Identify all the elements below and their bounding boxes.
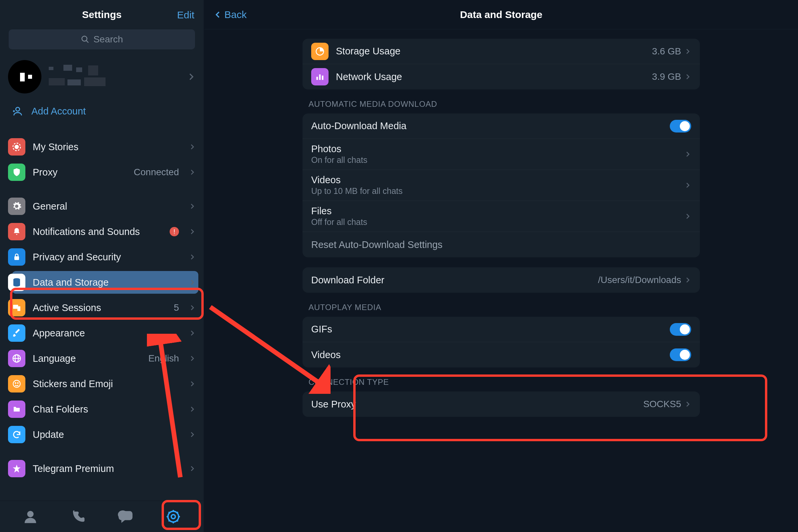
settings-sidebar: Settings Edit Search Add Ac — [0, 0, 204, 532]
chevron-right-icon — [685, 149, 691, 159]
search-input[interactable]: Search — [9, 30, 195, 50]
autoplay-videos-row[interactable]: Videos — [302, 342, 700, 367]
section-title-autoplay: AUTOPLAY MEDIA — [302, 303, 700, 317]
search-placeholder: Search — [93, 34, 123, 45]
page-title: Data and Storage — [204, 9, 798, 20]
sidebar-item-stickers-and-emoji[interactable]: Stickers and Emoji — [0, 371, 204, 397]
alert-badge: ! — [170, 227, 179, 236]
svg-rect-10 — [17, 306, 20, 311]
shield-icon — [8, 164, 25, 181]
svg-rect-31 — [322, 76, 323, 80]
brush-icon — [8, 324, 25, 342]
photos-row[interactable]: Photos On for all chats — [302, 139, 700, 170]
chevron-right-icon — [685, 275, 691, 285]
tab-calls[interactable] — [69, 508, 87, 526]
storage-usage-label: Storage Usage — [336, 46, 652, 57]
sidebar-item-notifications-and-sounds[interactable]: Notifications and Sounds! — [0, 219, 204, 244]
menu-value: Connected — [134, 167, 179, 177]
menu-label: Data and Storage — [33, 277, 179, 288]
sidebar-item-active-sessions[interactable]: Active Sessions5 — [0, 295, 204, 320]
svg-point-18 — [118, 510, 128, 519]
svg-point-6 — [15, 145, 18, 149]
main-panel: Back Data and Storage Storage Usage 3.6 … — [204, 0, 798, 532]
menu-label: My Stories — [33, 141, 179, 153]
menu-value: 5 — [174, 302, 179, 313]
bell-icon — [8, 223, 25, 240]
add-person-icon — [12, 106, 23, 117]
autoplay-gifs-row[interactable]: GIFs — [302, 317, 700, 342]
proxy-value: SOCKS5 — [643, 399, 681, 410]
sidebar-item-language[interactable]: LanguageEnglish — [0, 346, 204, 371]
main-header: Back Data and Storage — [204, 0, 798, 30]
network-usage-row[interactable]: Network Usage 3.9 GB — [302, 64, 700, 90]
storage-usage-value: 3.6 GB — [652, 46, 681, 57]
sidebar-item-proxy[interactable]: ProxyConnected — [0, 159, 204, 185]
lock-icon — [8, 248, 25, 266]
videos-row[interactable]: Videos Up to 10 MB for all chats — [302, 170, 700, 201]
videos-toggle[interactable] — [670, 348, 691, 361]
download-folder-value: /Users/it/Downloads — [598, 275, 681, 285]
menu-label: Privacy and Security — [33, 252, 179, 263]
profile-row[interactable] — [0, 54, 204, 99]
add-account-button[interactable]: Add Account — [0, 99, 204, 126]
menu-label: Proxy — [33, 167, 127, 178]
menu-label: Stickers and Emoji — [33, 379, 179, 390]
network-usage-label: Network Usage — [336, 72, 652, 82]
menu-label: Language — [33, 353, 141, 364]
svg-point-14 — [13, 380, 20, 387]
svg-line-28 — [177, 512, 178, 513]
menu-label: General — [33, 201, 179, 212]
folder-icon — [8, 400, 25, 418]
chevron-right-icon — [685, 211, 691, 221]
back-button[interactable]: Back — [214, 9, 247, 20]
section-title-conn: CONNECTION TYPE — [302, 378, 700, 392]
auto-download-toggle-row[interactable]: Auto-Download Media — [302, 113, 700, 139]
tab-chats[interactable] — [116, 508, 134, 526]
sidebar-item-my-stories[interactable]: My Stories — [0, 134, 204, 159]
svg-rect-7 — [14, 256, 19, 260]
chevron-right-icon — [685, 399, 691, 409]
sidebar-item-general[interactable]: General — [0, 194, 204, 219]
tab-contacts[interactable] — [21, 508, 39, 526]
download-folder-row[interactable]: Download Folder /Users/it/Downloads — [302, 267, 700, 293]
edit-button[interactable]: Edit — [177, 10, 194, 21]
chevron-right-icon — [187, 71, 196, 83]
use-proxy-row[interactable]: Use Proxy SOCKS5 — [302, 392, 700, 417]
menu-label: Appearance — [33, 328, 179, 339]
sidebar-item-appearance[interactable]: Appearance — [0, 320, 204, 346]
chevron-left-icon — [214, 9, 222, 20]
sidebar-item-update[interactable]: Update — [0, 422, 204, 447]
auto-download-toggle[interactable] — [670, 120, 691, 133]
chevron-right-icon — [685, 72, 691, 82]
svg-point-2 — [16, 108, 19, 111]
menu-label: Notifications and Sounds — [33, 226, 162, 237]
menu-label: Update — [33, 429, 179, 440]
update-icon — [8, 426, 25, 443]
sidebar-item-chat-folders[interactable]: Chat Folders — [0, 397, 204, 422]
avatar — [8, 60, 41, 93]
sidebar-item-privacy-and-security[interactable]: Privacy and Security — [0, 244, 204, 270]
reset-auto-download-row[interactable]: Reset Auto-Download Settings — [302, 232, 700, 257]
sidebar-item-data-and-storage[interactable]: Data and Storage — [0, 270, 204, 295]
pie-chart-icon — [311, 43, 329, 60]
tab-settings[interactable] — [164, 508, 182, 526]
devices-icon — [8, 299, 25, 317]
storage-usage-row[interactable]: Storage Usage 3.6 GB — [302, 39, 700, 64]
chevron-right-icon — [685, 180, 691, 190]
bottom-tab-bar — [0, 501, 204, 532]
menu-label: Active Sessions — [33, 302, 166, 314]
menu-label: Telegram Premium — [33, 463, 179, 474]
svg-point-16 — [17, 383, 18, 383]
gifs-toggle[interactable] — [670, 323, 691, 336]
chevron-right-icon — [685, 46, 691, 56]
files-row[interactable]: Files Off for all chats — [302, 201, 700, 232]
sidebar-header: Settings Edit — [0, 0, 204, 30]
profile-name-redacted — [49, 65, 180, 89]
sidebar-item-telegram-premium[interactable]: Telegram Premium — [0, 456, 204, 481]
globe-icon — [8, 350, 25, 367]
svg-point-15 — [15, 383, 16, 383]
svg-line-1 — [86, 41, 88, 43]
svg-line-26 — [177, 520, 178, 521]
stories-icon — [8, 138, 25, 155]
sidebar-title: Settings — [82, 9, 122, 20]
